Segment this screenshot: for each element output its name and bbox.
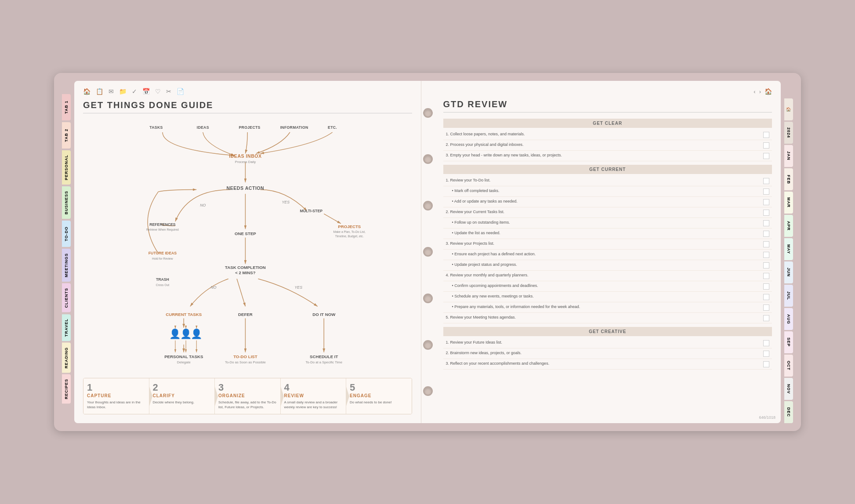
review-checkbox-0-2[interactable] [763, 153, 769, 159]
page-number: 646/1018 [759, 415, 775, 420]
review-text-1-13: 5. Review your Meeting Notes agendas. [446, 315, 761, 320]
review-checkbox-2-2[interactable] [763, 361, 769, 367]
review-checkbox-1-1[interactable] [763, 189, 769, 195]
right-tab-jan[interactable]: JAN [784, 145, 793, 167]
left-tab-meetings[interactable]: MEETINGS [62, 249, 71, 282]
binding-ring-2 [423, 201, 433, 210]
review-item-1-5: • Update the list as needed. [443, 228, 772, 239]
review-text-2-2: 3. Reflect on your recent accomplishment… [446, 361, 761, 366]
svg-text:MULTI-STEP: MULTI-STEP [300, 209, 323, 213]
review-checkbox-1-9[interactable] [763, 273, 769, 279]
right-tabs: 🏠2024JANFEBMARAPRMAYJUNJULAUGSEPOCTNOVDE… [784, 81, 793, 423]
review-checkbox-1-4[interactable] [763, 220, 769, 226]
review-checkbox-1-5[interactable] [763, 231, 769, 237]
review-text-2-0: 1. Review your Future Ideas list. [446, 340, 761, 345]
left-tab-tab2[interactable]: TAB 2 [62, 122, 71, 149]
review-item-1-12: • Prepare any materials, tools, or infor… [443, 302, 772, 313]
left-tab-clients[interactable]: CLIENTS [62, 283, 71, 312]
svg-text:< 2 MINS?: < 2 MINS? [235, 270, 256, 275]
clipboard-icon[interactable]: 📋 [96, 88, 103, 95]
check-icon[interactable]: ✓ [132, 88, 137, 95]
review-checkbox-0-1[interactable] [763, 142, 769, 149]
review-text-1-12: • Prepare any materials, tools, or infor… [452, 304, 761, 310]
svg-text:FUTURE IDEAS: FUTURE IDEAS [149, 251, 177, 255]
svg-text:DEFER: DEFER [238, 312, 253, 317]
nav-next-arrow[interactable]: › [759, 88, 761, 95]
review-checkbox-2-0[interactable] [763, 340, 769, 346]
right-tab-apr[interactable]: APR [784, 215, 793, 237]
review-text-0-2: 3. Empty your head - write down any new … [446, 152, 761, 158]
svg-text:INFORMATION: INFORMATION [280, 125, 308, 130]
left-tab-reading[interactable]: READING [62, 343, 71, 373]
review-checkbox-1-7[interactable] [763, 252, 769, 258]
review-checkbox-1-8[interactable] [763, 262, 769, 268]
step-name-4: ENGAGE [350, 393, 408, 398]
left-tab-personal[interactable]: PERSONAL [62, 150, 71, 185]
home-icon[interactable]: 🏠 [83, 88, 91, 95]
svg-text:IDEAS INBOX: IDEAS INBOX [229, 153, 261, 159]
right-tab-sep[interactable]: SEP [784, 331, 793, 353]
right-tab-jul[interactable]: JUL [784, 285, 793, 307]
step-num-3: 4 [284, 383, 343, 392]
svg-text:Delegate: Delegate [177, 360, 191, 364]
left-tab-recipes[interactable]: RECIPES [62, 374, 71, 404]
left-page: 🏠 📋 ✉ 📁 ✓ 📅 ♡ ✂ 📄 GET THINGS DONE GUIDE [74, 81, 421, 423]
mail-icon[interactable]: ✉ [109, 88, 114, 95]
svg-text:NEEDS ACTION: NEEDS ACTION [227, 185, 264, 191]
calendar-icon[interactable]: 📅 [142, 88, 150, 95]
right-tab-oct[interactable]: OCT [784, 355, 793, 377]
right-tab-mar[interactable]: MAR [784, 192, 793, 214]
right-tab-feb[interactable]: FEB [784, 168, 793, 190]
svg-text:TASK COMPLETION: TASK COMPLETION [225, 265, 266, 270]
svg-text:👤: 👤 [180, 328, 192, 340]
review-text-1-4: • Follow up on outstanding items. [452, 220, 761, 225]
review-text-1-2: • Add or update any tasks as needed. [452, 199, 761, 204]
nav-prev-arrow[interactable]: ‹ [754, 88, 755, 95]
right-tab-dec[interactable]: DEC [784, 401, 793, 423]
right-tab-aug[interactable]: AUG [784, 308, 793, 330]
review-checkbox-1-10[interactable] [763, 283, 769, 290]
review-checkbox-1-3[interactable] [763, 210, 769, 216]
review-item-1-11: • Schedule any new events, meetings or t… [443, 292, 772, 302]
home-icon-right[interactable]: 🏠 [764, 88, 772, 95]
step-capture: 1 CAPTURE Your thoughts and ideas are in… [83, 378, 149, 414]
right-tab-2024[interactable]: 2024 [784, 122, 793, 144]
binding-ring-6 [423, 386, 433, 396]
review-text-0-1: 2. Process your physical and digital inb… [446, 142, 761, 148]
step-desc-0: Your thoughts and ideas are in the Ideas… [87, 400, 145, 410]
scissors-icon[interactable]: ✂ [166, 88, 171, 95]
review-checkbox-2-1[interactable] [763, 351, 769, 357]
binding-ring-3 [423, 247, 433, 257]
review-item-1-3: 2. Review your Current Tasks list. [443, 207, 772, 218]
review-checkbox-0-0[interactable] [763, 132, 769, 138]
svg-text:Cross Out: Cross Out [156, 283, 170, 286]
step-name-0: CAPTURE [87, 393, 145, 398]
binding-ring-0 [423, 108, 433, 118]
left-page-title: GET THINGS DONE GUIDE [83, 100, 412, 113]
review-text-0-0: 1. Collect loose papers, notes, and mate… [446, 131, 761, 137]
right-tab-may[interactable]: MAY [784, 238, 793, 260]
binding-rings [421, 81, 435, 423]
right-tab-jun[interactable]: JUN [784, 261, 793, 283]
review-checkbox-1-6[interactable] [763, 241, 769, 247]
step-review: 4 REVIEW A small daily review and a broa… [281, 378, 347, 414]
steps-row: 1 CAPTURE Your thoughts and ideas are in… [83, 378, 412, 414]
document-icon[interactable]: 📄 [177, 88, 184, 95]
svg-text:NO: NO [200, 203, 206, 207]
svg-text:NO: NO [210, 285, 216, 290]
left-tab-todo[interactable]: TO-DO [62, 221, 71, 247]
right-tab-nov[interactable]: NOV [784, 378, 793, 400]
review-checkbox-1-12[interactable] [763, 305, 769, 311]
review-checkbox-1-2[interactable] [763, 199, 769, 205]
svg-text:👤: 👤 [169, 328, 181, 340]
review-checkbox-1-13[interactable] [763, 315, 769, 321]
review-checkbox-1-11[interactable] [763, 294, 769, 300]
right-tab-home[interactable]: 🏠 [784, 98, 793, 120]
review-checkbox-1-0[interactable] [763, 178, 769, 184]
left-tab-tab1[interactable]: TAB 1 [62, 94, 71, 120]
left-tab-business[interactable]: BUSINESS [62, 186, 71, 219]
folder-icon[interactable]: 📁 [119, 88, 127, 95]
heart-icon[interactable]: ♡ [155, 88, 161, 95]
left-tab-travel[interactable]: TRAVEL [62, 314, 71, 341]
svg-text:TASKS: TASKS [149, 125, 163, 130]
